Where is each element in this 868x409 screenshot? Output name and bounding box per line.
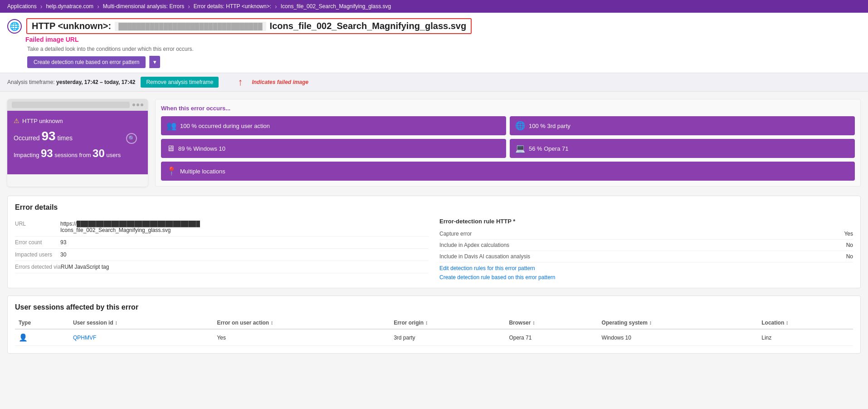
session-id-link[interactable]: QPHMVF [73,335,96,341]
browser-content: ⚠ HTTP unknown Occurred 93 times Impacti… [7,111,148,174]
breadcrumb-help[interactable]: help.dynatrace.com [42,0,97,13]
row-browser: Opera 71 [505,329,598,346]
details-grid: URL https://████████████████████████████… [15,218,853,281]
error-title-url-masked: ████████████████████████████████ [115,22,266,31]
browser-dot-1 [132,103,135,106]
remove-timeframe-button[interactable]: Remove analysis timeframe [141,77,219,88]
error-count-label: Error count [15,239,60,246]
stat-tile-locations[interactable]: 📍 Multiple locations [161,162,855,181]
stat-tile-3rd-party[interactable]: 🌐 100 % 3rd party [510,116,855,135]
browser-toolbar [7,99,148,111]
stat-tile-opera[interactable]: 💻 56 % Opera 71 [510,139,855,158]
table-body: 👤 QPHMVF Yes 3rd party Opera 71 Windows … [15,329,853,346]
error-occurred: Occurred 93 times [14,129,141,143]
search-magnify-icon: 🔍 [126,133,137,144]
url-value: https://████████████████████████████████… [60,221,200,233]
breadcrumb-error-details[interactable]: Error details: HTTP <unknown>: [190,0,275,13]
dropdown-arrow-button[interactable]: ▾ [149,56,160,68]
apdex-label: Include in Apdex calculations [439,242,509,248]
location-icon: 📍 [166,166,176,176]
col-os[interactable]: Operating system ↕ [598,317,758,329]
col-error-origin[interactable]: Error origin ↕ [390,317,505,329]
details-left: URL https://████████████████████████████… [15,218,429,281]
errors-detected-label: Errors detected via [15,264,61,270]
user-action-icon: 👥 [166,121,176,131]
browser-mockup: ⚠ HTTP unknown Occurred 93 times Impacti… [7,99,148,187]
col-error-action[interactable]: Error on user action ↕ [213,317,390,329]
error-title-row: 🌐 HTTP <unknown>: ██████████████████████… [7,18,861,34]
action-row: Create detection rule based on error pat… [27,56,861,68]
rule-title: Error-detection rule HTTP * [439,218,853,225]
row-type: 👤 [15,329,69,346]
url-row: URL https://████████████████████████████… [15,218,429,237]
error-count-value: 93 [60,239,66,246]
davis-value: No [846,253,853,260]
error-type-label: HTTP unknown [22,118,63,124]
breadcrumb-multi-dim[interactable]: Multi-dimensional analysis: Errors [99,0,188,13]
user-type-icon: 👤 [19,334,28,341]
capture-error-value: Yes [844,231,853,237]
errors-detected-row: Errors detected via RUM JavaScript tag [15,261,429,273]
row-error-action: Yes [213,329,390,346]
error-card: ⚠ HTTP unknown Occurred 93 times Impacti… [14,117,141,160]
when-error-title: When this error occurs... [161,105,855,112]
when-error-panel: When this error occurs... 👥 100 % occurr… [155,99,861,187]
davis-row: Include in Davis AI causation analysis N… [439,251,853,262]
col-browser[interactable]: Browser ↕ [505,317,598,329]
indicates-failed-image: Indicates failed image [252,79,308,85]
windows-icon: 🖥 [166,144,175,153]
globe-icon: 🌐 [7,19,22,34]
edit-detection-rules-link[interactable]: Edit detection rules for this error patt… [439,265,853,271]
row-error-origin: 3rd party [390,329,505,346]
error-title-box: HTTP <unknown>: ████████████████████████… [26,18,472,34]
browser-dot-3 [141,103,143,106]
table-header: Type User session id ↕ Error on user act… [15,317,853,329]
stat-tile-locations-text: Multiple locations [180,168,225,175]
error-impact: Impacting 93 sessions from 30 users [14,147,141,160]
col-type: Type [15,317,69,329]
impacted-users-row: Impacted users 30 [15,249,429,261]
browser-url-bar [12,102,130,108]
timeframe-bar: Analysis timeframe: yesterday, 17:42 – t… [0,73,868,92]
impacted-users-label: Impacted users [15,251,60,258]
create-detection-rule-link[interactable]: Create detection rule based on this erro… [439,274,853,281]
when-error-grid: 👥 100 % occurred during user action 🌐 10… [161,116,855,181]
capture-error-row: Capture error Yes [439,228,853,240]
red-arrow-indicator: ↑ [238,77,243,87]
capture-error-label: Capture error [439,231,472,237]
failed-image-label: Failed image URL [25,36,861,43]
warning-icon: ⚠ [14,117,20,124]
table-row: 👤 QPHMVF Yes 3rd party Opera 71 Windows … [15,329,853,346]
error-details-card: Error details URL https://██████████████… [7,196,861,288]
error-subtitle: Take a detailed look into the conditions… [27,46,861,52]
error-viz-row: ⚠ HTTP unknown Occurred 93 times Impacti… [7,99,861,187]
col-session-id[interactable]: User session id ↕ [69,317,213,329]
stat-tile-user-action[interactable]: 👥 100 % occurred during user action [161,116,506,135]
header-area: 🌐 HTTP <unknown>: ██████████████████████… [0,13,868,73]
breadcrumb-bar: Applications › help.dynatrace.com › Mult… [0,0,868,13]
stat-tile-3rd-party-text: 100 % 3rd party [529,123,571,129]
header-row: Type User session id ↕ Error on user act… [15,317,853,329]
timeframe-label: Analysis timeframe: yesterday, 17:42 – t… [7,79,135,85]
breadcrumb-filename[interactable]: Icons_file_002_Search_Magnifying_glass.s… [277,0,395,13]
row-os: Windows 10 [598,329,758,346]
browser-dot-2 [137,103,139,106]
details-right: Error-detection rule HTTP * Capture erro… [439,218,853,281]
error-card-title: ⚠ HTTP unknown [14,117,141,124]
stat-tile-user-action-text: 100 % occurred during user action [180,123,270,129]
stat-tile-windows-text: 89 % Windows 10 [178,145,225,152]
row-location: Linz [758,329,853,346]
stat-tile-windows[interactable]: 🖥 89 % Windows 10 [161,139,506,158]
row-session-id: QPHMVF [69,329,213,346]
user-sessions-card: User sessions affected by this error Typ… [7,296,861,354]
browser-content-inner: ⚠ HTTP unknown Occurred 93 times Impacti… [14,117,141,160]
impacted-users-value: 30 [60,251,66,258]
browser-dots [132,103,143,106]
apdex-row: Include in Apdex calculations No [439,240,853,251]
error-details-title: Error details [15,203,853,212]
create-rule-button[interactable]: Create detection rule based on error pat… [27,56,146,68]
breadcrumb-applications[interactable]: Applications [4,0,40,13]
stat-tile-opera-text: 56 % Opera 71 [529,145,568,152]
col-location[interactable]: Location ↕ [758,317,853,329]
url-label: URL [15,221,60,227]
